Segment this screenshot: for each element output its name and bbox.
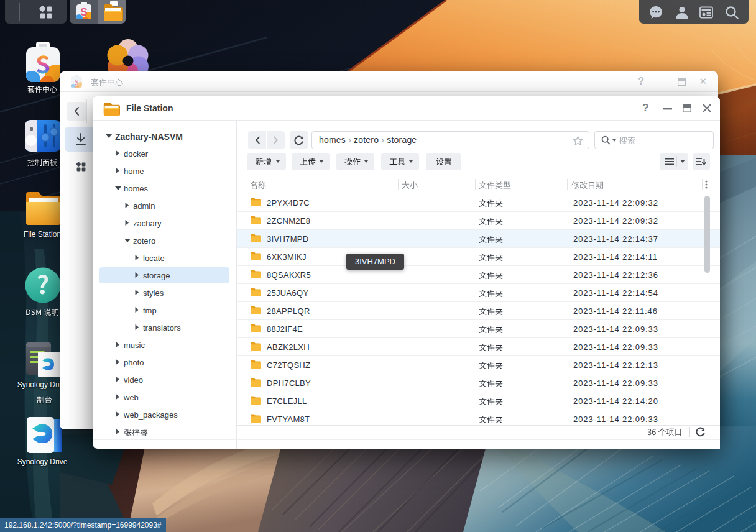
svg-text:S: S [80,6,87,18]
svg-text:S: S [75,78,79,86]
